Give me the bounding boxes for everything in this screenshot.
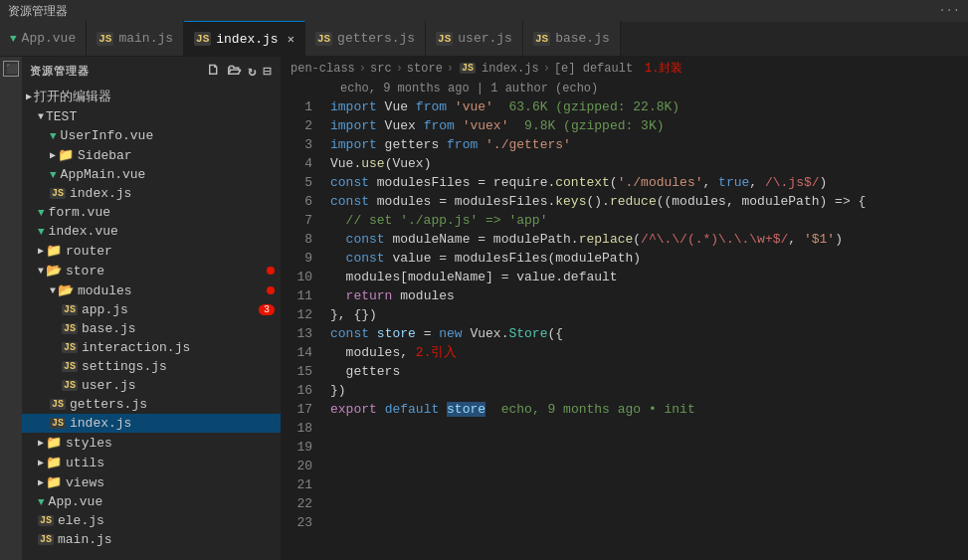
sidebar-item-interaction-js[interactable]: JS interaction.js <box>22 338 281 357</box>
js-icon: JS <box>533 32 550 46</box>
token <box>377 402 385 417</box>
sidebar-item-store[interactable]: ▼ 📂 store <box>22 261 281 280</box>
file-label: form.vue <box>49 205 110 220</box>
token: export <box>330 402 377 417</box>
token: ) <box>835 232 843 247</box>
collapse-icon[interactable]: ⊟ <box>264 63 273 80</box>
line-number: 13 <box>289 324 312 343</box>
vue-file-icon: ▼ <box>50 169 57 181</box>
sidebar-item-main-js[interactable]: JS main.js <box>22 530 281 549</box>
code-line: import getters from './getters' <box>330 135 968 154</box>
sidebar-item-form-vue[interactable]: ▼ form.vue <box>22 203 281 222</box>
token: context <box>555 175 610 190</box>
token: modules = modulesFiles. <box>369 194 555 209</box>
tab-getters-js[interactable]: JS getters.js <box>305 21 426 56</box>
token <box>455 118 463 133</box>
line-number: 20 <box>289 457 312 475</box>
sidebar-item-settings-js[interactable]: JS settings.js <box>22 357 281 376</box>
chevron-icon: ▶ <box>50 149 56 161</box>
file-label: settings.js <box>82 359 167 374</box>
sidebar-item-userinfo-vue[interactable]: ▼ UserInfo.vue <box>22 126 281 145</box>
sidebar-item-styles[interactable]: ▶ 📁 styles <box>22 433 281 453</box>
token: ((modules, modulePath) => { <box>657 194 867 209</box>
line-number: 1 <box>289 97 312 116</box>
new-file-icon[interactable]: 🗋 <box>206 63 221 80</box>
close-icon[interactable]: ✕ <box>288 32 294 47</box>
token: /^\.\/(.*)\.\.\w+$/ <box>641 232 788 247</box>
breadcrumb-sep: › <box>359 62 366 76</box>
line-number: 6 <box>289 192 312 211</box>
tab-user-js[interactable]: JS user.js <box>426 21 523 56</box>
sidebar-item-utils[interactable]: ▶ 📁 utils <box>22 453 281 472</box>
sidebar-item-index-vue[interactable]: ▼ index.vue <box>22 222 281 241</box>
sidebar-item-base-js[interactable]: JS base.js <box>22 319 281 338</box>
token: const <box>330 194 369 209</box>
sidebar-item-ele-js[interactable]: JS ele.js <box>22 511 281 530</box>
breadcrumb-part: src <box>370 62 392 76</box>
sidebar-item-index-js-active[interactable]: JS index.js <box>22 414 281 433</box>
sidebar-item-router[interactable]: ▶ 📁 router <box>22 241 281 261</box>
tab-label: base.js <box>555 31 610 46</box>
line-number: 23 <box>289 513 312 532</box>
code-line: Vue.use(Vuex) <box>330 154 968 173</box>
test-label: TEST <box>46 109 77 124</box>
js-file-icon: JS <box>62 304 78 315</box>
tab-main-js[interactable]: JS main.js <box>87 21 184 56</box>
refresh-icon[interactable]: ↻ <box>248 63 257 80</box>
token: modules[moduleName] = value.default <box>330 270 618 284</box>
token: replace <box>579 232 634 247</box>
token: , <box>749 175 765 190</box>
code-line: modules[moduleName] = value.default <box>330 268 968 286</box>
code-line: const store = new Vuex.Store({ <box>330 324 968 343</box>
tab-label: App.vue <box>22 31 77 46</box>
new-folder-icon[interactable]: 🗁 <box>227 63 242 80</box>
sidebar-item-app-vue[interactable]: ▼ App.vue <box>22 492 281 511</box>
token: ( <box>610 175 618 190</box>
code-line: const value = modulesFiles(modulePath) <box>330 249 968 268</box>
sidebar-title: 资源管理器 <box>30 64 90 79</box>
token: , <box>703 175 719 190</box>
sidebar-item-modules[interactable]: ▼ 📂 modules <box>22 280 281 300</box>
tab-app-vue[interactable]: ▼ App.vue <box>0 21 87 56</box>
code-line: import Vue from 'vue' 63.6K (gzipped: 22… <box>330 97 968 116</box>
token: const <box>330 175 369 190</box>
token: return <box>346 288 393 303</box>
sidebar-item-open-editors[interactable]: ▶ 打开的编辑器 <box>22 86 281 107</box>
token: store <box>377 326 416 341</box>
token: Vue. <box>330 156 361 171</box>
breadcrumb-part: pen-class <box>290 62 355 76</box>
token: './modules' <box>618 175 703 190</box>
token: , <box>788 232 804 247</box>
line-number: 17 <box>289 400 312 419</box>
sidebar-item-getters-js[interactable]: JS getters.js <box>22 395 281 414</box>
token: const <box>330 326 369 341</box>
token <box>439 402 447 417</box>
vue-file-icon: ▼ <box>50 130 57 142</box>
sidebar-header: 资源管理器 🗋 🗁 ↻ ⊟ <box>22 57 281 86</box>
token: reduce <box>610 194 657 209</box>
sidebar-item-appmain-vue[interactable]: ▼ AppMain.vue <box>22 165 281 184</box>
sidebar-item-views[interactable]: ▶ 📁 views <box>22 472 281 492</box>
code-line: const modulesFiles = require.context('./… <box>330 173 968 192</box>
file-label: interaction.js <box>82 340 190 355</box>
token: import <box>330 99 377 114</box>
line-number: 11 <box>289 286 312 305</box>
token: }, {}) <box>330 307 377 322</box>
chevron-icon: ▶ <box>38 437 44 449</box>
line-number: 4 <box>289 154 312 173</box>
sidebar-item-app-js[interactable]: JS app.js 3 <box>22 300 281 319</box>
sidebar-item-user-js[interactable]: JS user.js <box>22 376 281 395</box>
token: Vuex. <box>463 326 509 341</box>
code-editor[interactable]: 1234567891011121314151617181920212223 im… <box>281 97 968 560</box>
token: getters <box>330 364 400 379</box>
chevron-icon: ▼ <box>38 266 44 277</box>
tab-index-js[interactable]: JS index.js ✕ <box>184 21 305 56</box>
sidebar-item-index-js-component[interactable]: JS index.js <box>22 184 281 203</box>
sidebar-item-sidebar-folder[interactable]: ▶ 📁 Sidebar <box>22 145 281 165</box>
token: Vue <box>377 99 416 114</box>
sidebar-item-test[interactable]: ▼ TEST <box>22 107 281 126</box>
explorer-icon[interactable]: ⬛ <box>3 61 19 77</box>
tab-base-js[interactable]: JS base.js <box>523 21 621 56</box>
js-icon: JS <box>436 32 453 46</box>
line-number: 2 <box>289 116 312 135</box>
